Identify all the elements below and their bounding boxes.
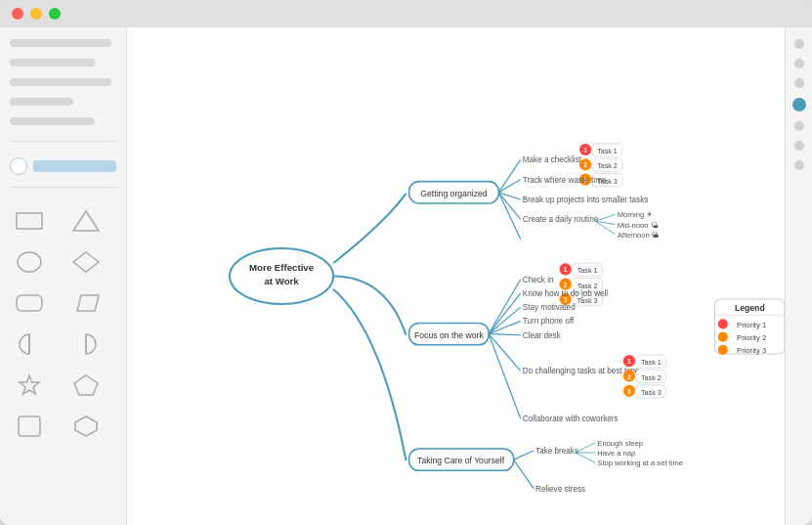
sidebar-item-1 — [10, 39, 111, 47]
shape-cylinder[interactable] — [10, 409, 49, 444]
shape-circle[interactable] — [10, 244, 49, 280]
svg-text:2: 2 — [583, 161, 587, 168]
svg-line-46 — [489, 280, 521, 334]
svg-text:3: 3 — [730, 346, 734, 355]
svg-text:Take breaks: Take breaks — [535, 447, 578, 456]
svg-line-18 — [498, 180, 520, 193]
right-panel-dot-3[interactable] — [794, 78, 804, 88]
sidebar-button-area — [10, 157, 116, 175]
svg-point-102 — [718, 332, 728, 342]
svg-text:Task 3: Task 3 — [641, 389, 662, 397]
svg-text:Getting organized: Getting organized — [420, 189, 488, 198]
sidebar-rect-btn[interactable] — [33, 160, 116, 172]
svg-point-99 — [718, 319, 728, 328]
svg-line-40 — [595, 221, 615, 234]
svg-text:Task 2: Task 2 — [597, 162, 618, 170]
shape-diamond[interactable] — [66, 244, 106, 280]
svg-text:Do challenging tasks at best t: Do challenging tasks at best time — [523, 367, 640, 375]
shape-hexagon[interactable] — [66, 409, 106, 444]
svg-marker-9 — [74, 375, 98, 395]
shape-rounded-rect[interactable] — [10, 285, 49, 321]
svg-line-86 — [514, 451, 534, 459]
sidebar-divider — [10, 141, 116, 142]
svg-text:Track where waste time: Track where waste time — [523, 176, 607, 185]
svg-text:1: 1 — [730, 321, 735, 329]
right-panel-dot-1[interactable] — [794, 39, 804, 49]
svg-line-51 — [489, 334, 521, 372]
titlebar — [0, 0, 812, 27]
svg-text:Turn phone off: Turn phone off — [523, 317, 575, 326]
svg-text:1: 1 — [583, 147, 587, 153]
close-button[interactable] — [12, 8, 23, 20]
svg-text:Priority 2: Priority 2 — [737, 333, 766, 342]
shape-pentagon[interactable] — [66, 368, 106, 403]
svg-text:Stay motivated: Stay motivated — [523, 303, 576, 312]
svg-text:Afternoon 🌥: Afternoon 🌥 — [618, 231, 660, 240]
right-panel-dot-2[interactable] — [794, 59, 804, 68]
svg-text:Task 1: Task 1 — [577, 267, 598, 275]
right-sidebar — [785, 27, 812, 525]
left-sidebar — [0, 27, 127, 525]
right-panel-dot-4[interactable] — [792, 98, 806, 111]
svg-marker-5 — [77, 295, 99, 311]
sidebar-circle-icon[interactable] — [10, 157, 27, 175]
svg-text:Task 3: Task 3 — [577, 297, 598, 305]
svg-line-87 — [514, 459, 534, 489]
shape-star[interactable] — [10, 368, 49, 403]
svg-marker-1 — [73, 211, 99, 231]
svg-text:2: 2 — [730, 333, 734, 342]
canvas-area[interactable]: .node-box { fill: white; stroke: #4a9abb… — [127, 27, 785, 525]
sidebar-divider-2 — [10, 187, 116, 188]
svg-text:More Effective: More Effective — [249, 262, 315, 273]
right-panel-dot-5[interactable] — [794, 121, 804, 131]
svg-line-50 — [489, 334, 521, 335]
svg-text:2: 2 — [564, 282, 568, 288]
svg-text:Relieve stress: Relieve stress — [535, 485, 585, 494]
svg-text:1: 1 — [627, 358, 631, 365]
svg-text:Priority 3: Priority 3 — [737, 346, 766, 355]
svg-point-2 — [18, 252, 41, 272]
svg-text:Focus on the work: Focus on the work — [414, 330, 484, 340]
shape-half-circle-right[interactable] — [66, 327, 106, 362]
shape-triangle[interactable] — [66, 203, 106, 239]
sidebar-item-3 — [10, 78, 111, 86]
svg-text:1: 1 — [564, 266, 568, 273]
svg-text:Task 2: Task 2 — [641, 374, 662, 382]
svg-text:Legend: Legend — [735, 303, 765, 313]
svg-text:Morning ☀: Morning ☀ — [618, 210, 654, 219]
svg-text:Break up projects into smaller: Break up projects into smaller tasks — [523, 196, 649, 204]
svg-text:Have a nap: Have a nap — [597, 449, 635, 458]
shape-parallelogram[interactable] — [66, 285, 106, 321]
shape-half-circle-left[interactable] — [10, 327, 49, 362]
svg-rect-4 — [17, 295, 42, 311]
svg-text:Stop working at a set time: Stop working at a set time — [597, 459, 683, 467]
svg-text:Make a checklist: Make a checklist — [523, 155, 582, 164]
svg-point-105 — [718, 345, 728, 355]
svg-text:Clear desk: Clear desk — [523, 331, 562, 340]
svg-line-17 — [498, 159, 520, 193]
right-panel-dot-6[interactable] — [794, 141, 804, 151]
svg-text:Taking Care of Yourself: Taking Care of Yourself — [417, 456, 505, 465]
maximize-button[interactable] — [49, 8, 61, 20]
svg-text:at Work: at Work — [264, 276, 299, 286]
minimize-button[interactable] — [30, 8, 42, 20]
svg-text:Enough sleep: Enough sleep — [597, 439, 643, 448]
main-area: .node-box { fill: white; stroke: #4a9abb… — [0, 27, 812, 525]
right-panel-dot-7[interactable] — [794, 160, 804, 170]
svg-marker-3 — [73, 252, 99, 272]
svg-text:Task 1: Task 1 — [641, 359, 662, 367]
shape-rectangle[interactable] — [10, 203, 49, 239]
svg-text:Know how to do job well: Know how to do job well — [523, 289, 609, 298]
svg-text:Check in: Check in — [523, 276, 554, 284]
sidebar-item-4 — [10, 98, 73, 106]
svg-line-52 — [489, 334, 521, 419]
svg-text:2: 2 — [627, 373, 631, 380]
svg-text:Task 1: Task 1 — [597, 148, 618, 155]
svg-rect-0 — [17, 213, 42, 229]
svg-line-38 — [595, 214, 615, 221]
shape-grid — [10, 203, 116, 444]
svg-text:Mid-noon 🌤: Mid-noon 🌤 — [618, 221, 659, 230]
svg-line-48 — [489, 307, 521, 334]
svg-line-91 — [576, 453, 595, 462]
svg-text:Create a daily routine: Create a daily routine — [523, 215, 599, 224]
